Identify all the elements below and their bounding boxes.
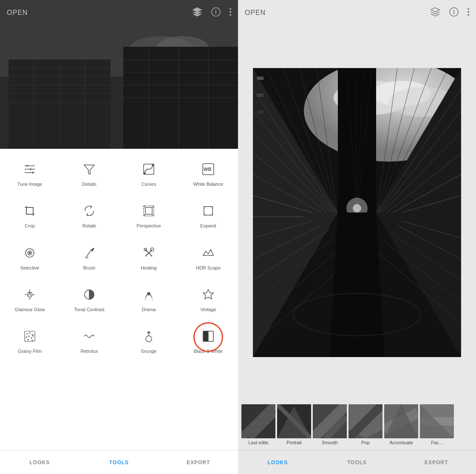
tool-vintage[interactable]: Vintage [178,278,238,320]
wb-icon: WB [200,161,217,178]
bw-icon [200,328,217,345]
svg-rect-43 [204,207,212,215]
right-nav-tools[interactable]: TOOLS [317,460,397,465]
curves-icon [140,161,157,178]
left-nav-looks[interactable]: LOOKS [0,460,79,465]
look-pop[interactable]: Pop [348,404,382,445]
left-header: OPEN [0,0,238,26]
curves-label: Curves [142,181,156,187]
look-last-edits[interactable]: Last edits [241,404,275,445]
look-faded[interactable]: Fac... [420,404,454,445]
tool-white-balance[interactable]: WB White Balance [178,153,238,195]
right-info-icon[interactable] [449,7,459,19]
left-nav-tools[interactable]: TOOLS [79,460,159,465]
svg-rect-131 [257,111,264,114]
info-icon[interactable] [211,7,221,19]
rotate-label: Rotate [82,223,96,229]
svg-point-32 [144,173,145,174]
tool-healing[interactable]: Healing [119,237,178,278]
perspective-icon [140,202,157,219]
look-last-edits-label: Last edits [248,440,268,445]
brush-label: Brush [83,265,96,271]
right-nav-export[interactable]: EXPORT [397,460,476,465]
right-more-icon[interactable] [468,8,469,18]
right-image-area [238,26,476,399]
tool-brush[interactable]: Brush [60,237,119,278]
svg-rect-36 [26,207,33,214]
tool-details[interactable]: Details [60,153,119,195]
svg-rect-130 [257,94,264,97]
vintage-icon [200,286,217,303]
svg-point-2 [230,11,231,13]
hdr-icon [200,244,217,261]
look-accentuate[interactable]: Accentuate [384,404,418,445]
tool-black-white[interactable]: Black & White [178,320,238,362]
tool-rotate[interactable]: Rotate [60,195,119,236]
bw-building-photo [253,68,461,357]
tonal-contrast-label: Tonal Contrast [74,307,105,312]
expand-icon [200,202,217,219]
right-panel: OPEN [238,0,476,474]
look-pop-label: Pop [361,440,370,445]
look-faded-label: Fac... [431,440,443,445]
hdr-scape-label: HDR Scape [196,265,221,271]
left-open-button[interactable]: OPEN [7,9,28,17]
grunge-label: Grunge [141,348,157,354]
drama-label: Drama [142,307,156,312]
tool-retrolux[interactable]: Retrolux [60,320,119,362]
selective-label: Selective [20,265,40,271]
retrolux-label: Retrolux [81,348,98,354]
svg-point-64 [28,336,29,337]
tonal-icon [81,286,98,303]
tools-area: Tune Image Details [0,149,238,450]
svg-point-62 [32,334,33,335]
selective-icon [21,244,38,261]
grainy-icon [21,328,38,345]
svg-text:WB: WB [204,167,211,172]
tool-grunge[interactable]: Grunge [119,320,178,362]
svg-point-79 [468,8,469,10]
svg-point-63 [26,337,27,338]
look-smooth[interactable]: Smooth [313,404,347,445]
look-smooth-label: Smooth [322,440,338,445]
tool-selective[interactable]: Selective [0,237,60,278]
left-nav-export[interactable]: EXPORT [159,460,238,465]
svg-point-65 [31,338,32,338]
right-open-button[interactable]: OPEN [245,9,266,17]
tool-hdr-scape[interactable]: HDR Scape [178,237,238,278]
left-bottom-nav: LOOKS TOOLS EXPORT [0,450,238,474]
crop-icon [21,202,38,219]
right-nav-looks[interactable]: LOOKS [238,460,317,465]
drama-icon [140,286,157,303]
more-icon[interactable] [230,8,231,18]
layers-icon[interactable] [192,7,202,19]
look-accentuate-thumb [384,404,418,438]
tool-tune-image[interactable]: Tune Image [0,153,60,195]
glamour-icon [21,286,38,303]
look-portrait[interactable]: Portrait [277,404,311,445]
svg-marker-75 [203,331,208,341]
grunge-icon [140,328,157,345]
tool-crop[interactable]: Crop [0,195,60,236]
left-header-icons [192,7,231,19]
tool-curves[interactable]: Curves [119,153,178,195]
tool-glamour-glow[interactable]: Glamour Glow [0,278,60,320]
right-header-icons [430,7,469,19]
tool-tonal-contrast[interactable]: Tonal Contrast [60,278,119,320]
tool-grainy-film[interactable]: Grainy Film [0,320,60,362]
tool-perspective[interactable]: Perspective [119,195,178,236]
right-layers-icon[interactable] [430,7,440,19]
expand-label: Expand [200,223,216,229]
svg-point-3 [230,14,231,16]
tool-expand[interactable]: Expand [178,195,238,236]
look-portrait-thumb [277,404,311,438]
left-image-area [0,26,238,149]
looks-strip: Last edits Portrait Smooth [238,399,476,450]
crop-label: Crop [25,223,35,229]
right-bottom-nav: LOOKS TOOLS EXPORT [238,450,476,474]
brush-icon [81,244,98,261]
healing-label: Healing [141,265,156,271]
look-faded-thumb [420,404,454,438]
tool-drama[interactable]: Drama [119,278,178,320]
right-photo [253,68,461,357]
